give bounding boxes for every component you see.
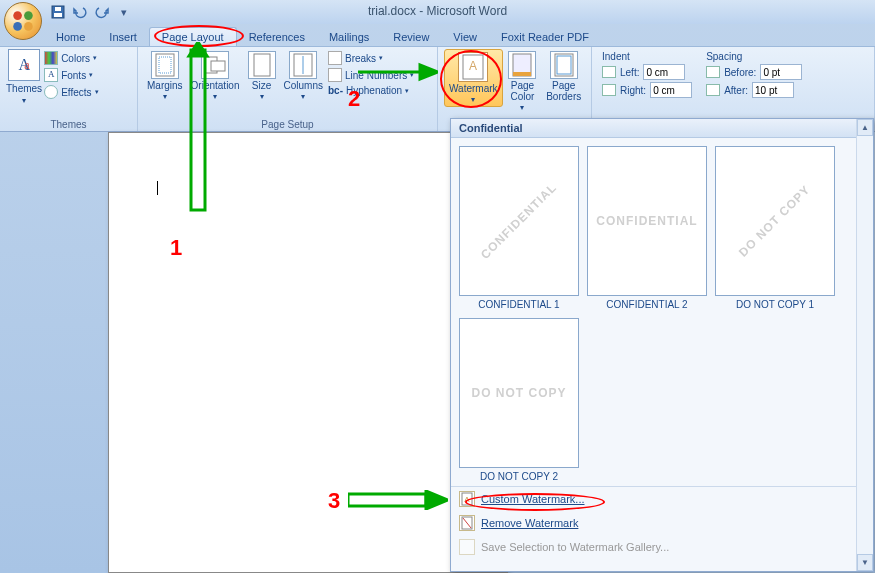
svg-point-1 <box>24 11 33 20</box>
svg-rect-18 <box>555 54 573 76</box>
orientation-icon <box>201 51 229 79</box>
watermark-option-confidential-2[interactable]: CONFIDENTIAL CONFIDENTIAL 2 <box>587 146 707 310</box>
hyphenation-button[interactable]: bc‑Hyphenation▾ <box>328 85 414 96</box>
colors-icon <box>44 51 58 65</box>
themes-dropdown-icon[interactable]: ▾ <box>22 96 26 105</box>
watermark-option-donotcopy-2[interactable]: DO NOT COPY DO NOT COPY 2 <box>459 318 579 482</box>
watermark-gallery-grid: CONFIDENTIAL CONFIDENTIAL 1 CONFIDENTIAL… <box>451 138 873 486</box>
orientation-button[interactable]: Orientation▾ <box>188 49 243 103</box>
redo-icon[interactable] <box>94 4 110 20</box>
breaks-icon <box>328 51 342 65</box>
breaks-button[interactable]: Breaks▾ <box>328 51 414 65</box>
theme-effects-button[interactable]: Effects▾ <box>44 85 98 99</box>
fonts-icon: A <box>44 68 58 82</box>
spacing-before-icon <box>706 66 720 78</box>
tab-insert[interactable]: Insert <box>97 28 149 46</box>
office-button[interactable] <box>4 2 42 40</box>
indent-right-icon <box>602 84 616 96</box>
remove-watermark-button[interactable]: Remove Watermark <box>451 511 873 535</box>
theme-colors-button[interactable]: Colors▾ <box>44 51 98 65</box>
ribbon-tabs: Home Insert Page Layout References Maili… <box>0 24 875 46</box>
quick-access-toolbar: ▾ <box>44 2 138 22</box>
window-title: trial.docx - Microsoft Word <box>368 4 507 18</box>
svg-rect-6 <box>55 7 61 11</box>
tab-foxit[interactable]: Foxit Reader PDF <box>489 28 601 46</box>
tab-view[interactable]: View <box>441 28 489 46</box>
watermark-icon: A <box>458 52 488 82</box>
margins-button[interactable]: Margins▾ <box>144 49 186 103</box>
spacing-before-label: Before: <box>724 67 756 78</box>
document-page[interactable] <box>108 132 508 573</box>
tab-review[interactable]: Review <box>381 28 441 46</box>
page-setup-group-label: Page Setup <box>144 118 431 130</box>
watermark-menu: ACustom Watermark... Remove Watermark Sa… <box>451 486 873 559</box>
columns-button[interactable]: Columns▾ <box>281 49 326 103</box>
page-color-button[interactable]: Page Color▾ <box>505 49 541 114</box>
tab-references[interactable]: References <box>237 28 317 46</box>
margins-icon <box>151 51 179 79</box>
office-logo-icon <box>10 8 36 34</box>
watermark-gallery-header: Confidential <box>451 119 873 138</box>
watermark-scrollbar[interactable]: ▲ ▼ <box>856 119 873 571</box>
svg-point-0 <box>13 11 22 20</box>
tab-mailings[interactable]: Mailings <box>317 28 381 46</box>
custom-watermark-icon: A <box>459 491 475 507</box>
indent-header: Indent <box>602 51 692 62</box>
watermark-option-donotcopy-1[interactable]: DO NOT COPY DO NOT COPY 1 <box>715 146 835 310</box>
size-button[interactable]: Size▾ <box>245 49 279 103</box>
spacing-before-input[interactable] <box>760 64 802 80</box>
spacing-after-icon <box>706 84 720 96</box>
spacing-after-label: After: <box>724 85 748 96</box>
svg-point-3 <box>24 22 33 31</box>
themes-button-label: Themes <box>6 83 42 94</box>
page-color-icon <box>508 51 536 79</box>
svg-rect-17 <box>513 72 531 76</box>
hyphenation-icon: bc‑ <box>328 85 343 96</box>
svg-rect-10 <box>211 61 225 71</box>
spacing-after-input[interactable] <box>752 82 794 98</box>
save-to-gallery-button: Save Selection to Watermark Gallery... <box>451 535 873 559</box>
indent-left-icon <box>602 66 616 78</box>
undo-icon[interactable] <box>72 4 88 20</box>
svg-rect-5 <box>54 13 62 17</box>
title-bar: ▾ trial.docx - Microsoft Word <box>0 0 875 24</box>
columns-icon <box>289 51 317 79</box>
scroll-down-icon[interactable]: ▼ <box>857 554 873 571</box>
indent-right-input[interactable] <box>650 82 692 98</box>
qat-customize-icon[interactable]: ▾ <box>116 4 132 20</box>
indent-right-label: Right: <box>620 85 646 96</box>
svg-rect-11 <box>254 54 270 76</box>
indent-left-input[interactable] <box>643 64 685 80</box>
scroll-up-icon[interactable]: ▲ <box>857 119 873 136</box>
svg-text:A: A <box>469 59 477 73</box>
spacing-header: Spacing <box>706 51 802 62</box>
watermark-button[interactable]: AWatermark▾ <box>444 49 503 107</box>
line-numbers-button[interactable]: Line Numbers▾ <box>328 68 414 82</box>
save-icon[interactable] <box>50 4 66 20</box>
tab-page-layout[interactable]: Page Layout <box>149 27 237 46</box>
size-icon <box>248 51 276 79</box>
group-page-setup: Margins▾ Orientation▾ Size▾ Columns▾ Bre… <box>138 47 438 131</box>
group-themes: Aa Themes ▾ Colors▾ AFonts▾ Effects▾ The… <box>0 47 138 131</box>
svg-text:A: A <box>464 495 470 504</box>
themes-icon[interactable]: Aa <box>8 49 40 81</box>
line-numbers-icon <box>328 68 342 82</box>
effects-icon <box>44 85 58 99</box>
text-cursor <box>157 181 158 195</box>
svg-point-2 <box>13 22 22 31</box>
custom-watermark-button[interactable]: ACustom Watermark... <box>451 487 873 511</box>
remove-watermark-icon <box>459 515 475 531</box>
watermark-option-confidential-1[interactable]: CONFIDENTIAL CONFIDENTIAL 1 <box>459 146 579 310</box>
themes-group-label: Themes <box>6 118 131 130</box>
watermark-gallery-panel: Confidential CONFIDENTIAL CONFIDENTIAL 1… <box>450 118 874 572</box>
indent-left-label: Left: <box>620 67 639 78</box>
page-borders-icon <box>550 51 578 79</box>
theme-fonts-button[interactable]: AFonts▾ <box>44 68 98 82</box>
save-gallery-icon <box>459 539 475 555</box>
page-borders-button[interactable]: Page Borders <box>542 49 585 104</box>
tab-home[interactable]: Home <box>44 28 97 46</box>
